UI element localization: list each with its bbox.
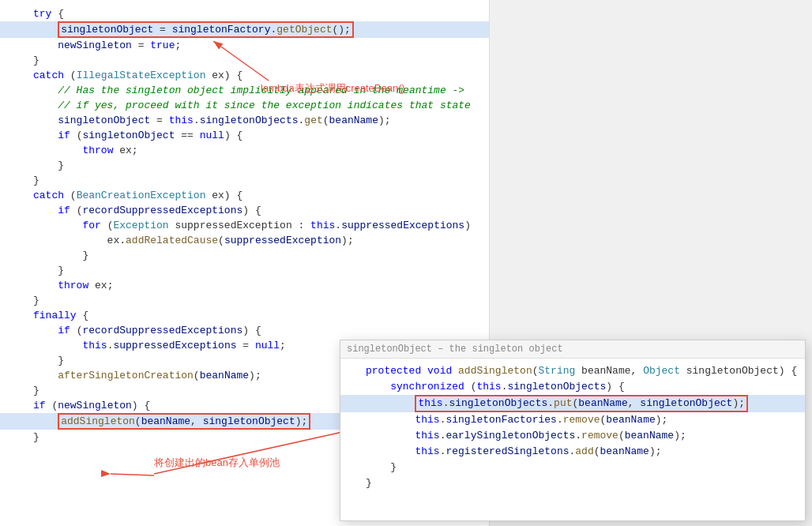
popup-line: synchronized (this.singletonObjects) {: [340, 379, 805, 395]
code-line: }: [0, 173, 489, 188]
code-line: }: [0, 293, 489, 308]
popup-line-highlighted: this.singletonObjects.put(beanName, sing…: [340, 395, 805, 412]
popup-header: singletonObject – the singleton object: [340, 340, 805, 359]
code-line: if (singletonObject == null) {: [0, 128, 489, 143]
code-line: throw ex;: [0, 143, 489, 158]
code-line: catch (IllegalStateException ex) {: [0, 68, 489, 83]
code-line: newSingleton = true;: [0, 38, 489, 53]
popup-line: }: [340, 460, 805, 475]
code-line: try {: [0, 6, 489, 21]
popup-line: }: [340, 475, 805, 491]
popup-line: this.registeredSingletons.add(beanName);: [340, 444, 805, 460]
code-line: // if yes, proceed with it since the exc…: [0, 98, 489, 113]
popup-line: protected void addSingleton(String beanN…: [340, 363, 805, 379]
code-line: singletonObject = this.singletonObjects.…: [0, 113, 489, 128]
code-line-finally: finally {: [0, 308, 489, 323]
code-line: }: [0, 158, 489, 173]
code-line: // Has the singleton object implicitly a…: [0, 83, 489, 98]
code-line: }: [0, 53, 489, 68]
popup-header-text: singletonObject – the singleton object: [347, 344, 563, 355]
popup-line: this.singletonFactories.remove(beanName)…: [340, 412, 805, 428]
code-line: catch (BeanCreationException ex) {: [0, 188, 489, 203]
code-line: if (recordSuppressedExceptions) {: [0, 203, 489, 218]
code-line: throw ex;: [0, 278, 489, 293]
popup-code: protected void addSingleton(String beanN…: [340, 359, 805, 496]
popup-panel: singletonObject – the singleton object p…: [340, 340, 806, 521]
code-line: for (Exception suppressedException : thi…: [0, 218, 489, 233]
code-line: }: [0, 248, 489, 263]
popup-line: this.earlySingletonObjects.remove(beanNa…: [340, 428, 805, 444]
code-line-highlighted: singletonObject = singletonFactory.getOb…: [0, 21, 489, 38]
code-line: }: [0, 263, 489, 278]
code-line: ex.addRelatedCause(suppressedException);: [0, 233, 489, 248]
code-line: if (recordSuppressedExceptions) {: [0, 323, 489, 338]
